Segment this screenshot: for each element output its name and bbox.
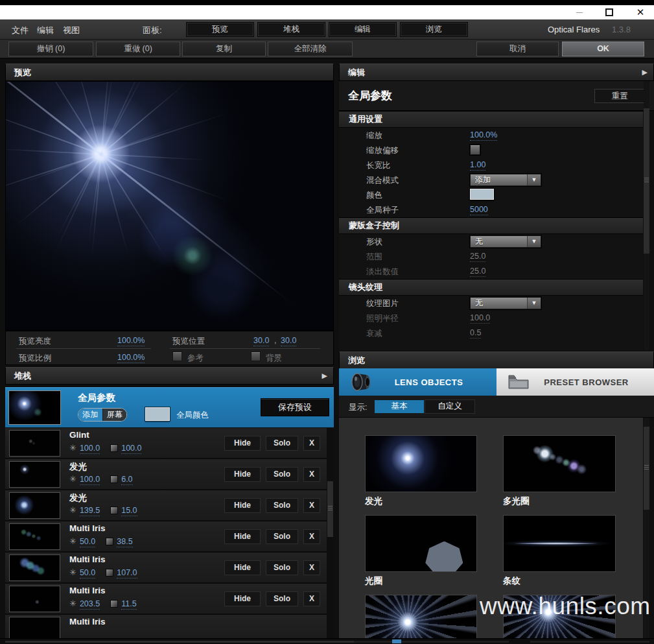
tab-preset-browser[interactable]: PRESET BROWSER: [496, 368, 654, 396]
scale-value[interactable]: 11.5: [121, 599, 136, 610]
lens-object-item[interactable]: 发光: [365, 435, 477, 507]
blend-screen-option[interactable]: 屏幕: [102, 409, 127, 421]
panel-button-editor[interactable]: 编辑: [329, 22, 397, 37]
remove-button[interactable]: X: [303, 560, 320, 575]
scale-value[interactable]: 100.0: [121, 444, 141, 454]
stack-item[interactable]: Multi Iris✳50.0107.0HideSoloX: [5, 553, 327, 584]
hide-button[interactable]: Hide: [224, 467, 261, 482]
stack-item[interactable]: 发光✳139.515.0HideSoloX: [5, 490, 327, 521]
stack-item[interactable]: Glint✳100.0100.0HideSoloX: [5, 428, 327, 459]
remove-button[interactable]: X: [303, 529, 320, 544]
brightness-value[interactable]: 50.0: [80, 568, 95, 578]
undo-button[interactable]: 撤销 (0): [8, 42, 93, 56]
show-filter-bar: 显示: 基本自定义: [339, 396, 654, 418]
stack-item-global-parameters[interactable]: 全局参数 添加 屏幕 全局颜色 保存预设: [5, 387, 334, 427]
solo-button[interactable]: Solo: [266, 529, 298, 544]
watermark-text: www.hunls.com: [480, 593, 648, 620]
hide-button[interactable]: Hide: [224, 529, 261, 544]
parameter-value[interactable]: 100.0: [470, 313, 490, 324]
chevron-right-icon[interactable]: ▶: [642, 64, 648, 80]
lens-object-item[interactable]: 多光圈: [503, 435, 616, 507]
parameter-dropdown[interactable]: 添加▼: [470, 174, 541, 186]
lens-object-item[interactable]: [365, 595, 477, 638]
global-color-swatch[interactable]: [145, 407, 170, 421]
preview-position-x[interactable]: 30.0: [253, 336, 269, 346]
brightness-value[interactable]: 100.0: [80, 475, 100, 485]
horizontal-scroll-track[interactable]: [530, 641, 649, 643]
menu-view[interactable]: 视图: [63, 25, 80, 36]
lens-object-item[interactable]: 条纹: [503, 515, 616, 586]
stack-item[interactable]: Multi Iris✳203.511.5HideSoloX: [5, 584, 327, 615]
remove-button[interactable]: X: [303, 436, 320, 451]
brightness-value[interactable]: 203.5: [80, 599, 100, 610]
color-swatch[interactable]: [470, 189, 494, 200]
parameter-value[interactable]: 25.0: [470, 252, 485, 262]
scale-value[interactable]: 107.0: [117, 568, 137, 578]
save-preset-button[interactable]: 保存预设: [261, 398, 329, 416]
panel-button-stack[interactable]: 堆栈: [257, 22, 325, 37]
menu-edit[interactable]: 编辑: [37, 25, 54, 36]
solo-button[interactable]: Solo: [266, 436, 298, 451]
stack-item[interactable]: 发光✳100.06.0HideSoloX: [5, 459, 327, 490]
reference-label: 参考: [187, 353, 204, 364]
preview-viewport[interactable]: [5, 81, 334, 331]
minimize-button[interactable]: ─: [568, 5, 590, 19]
parameter-value[interactable]: 5000: [470, 205, 488, 215]
hide-button[interactable]: Hide: [224, 436, 261, 451]
close-button[interactable]: ✕: [631, 5, 649, 19]
tab-lens-objects[interactable]: LENS OBJECTS: [339, 368, 496, 396]
panel-button-preview[interactable]: 预览: [186, 22, 254, 37]
parameter-value[interactable]: 0.5: [470, 328, 481, 339]
show-option-basic[interactable]: 基本: [375, 400, 424, 413]
scale-value[interactable]: 15.0: [121, 506, 137, 516]
parameter-dropdown[interactable]: 无▼: [470, 297, 541, 309]
brightness-value[interactable]: 100.0: [80, 444, 100, 454]
solo-button[interactable]: Solo: [266, 591, 298, 606]
reset-button[interactable]: 重置: [594, 89, 645, 103]
brightness-icon: ✳: [69, 474, 76, 484]
redo-button[interactable]: 重做 (0): [96, 42, 180, 56]
preview-scale-value[interactable]: 100.0%: [117, 353, 145, 363]
stack-item[interactable]: Multi Iris✳50.038.5HideSoloX: [5, 521, 327, 553]
parameter-checkbox[interactable]: [470, 145, 480, 155]
lens-object-item[interactable]: 光圈: [365, 515, 477, 586]
parameter-dropdown[interactable]: 无▼: [470, 235, 541, 248]
copy-button[interactable]: 复制: [182, 42, 266, 56]
remove-button[interactable]: X: [303, 467, 320, 482]
solo-button[interactable]: Solo: [266, 467, 298, 482]
browser-scrollbar-thumb[interactable]: [644, 427, 649, 510]
parameter-value[interactable]: 1.00: [470, 160, 485, 171]
hide-button[interactable]: Hide: [224, 591, 261, 606]
background-checkbox[interactable]: [251, 352, 261, 361]
panel-button-browser[interactable]: 浏览: [400, 22, 468, 37]
parameter-value[interactable]: 25.0: [470, 267, 485, 277]
show-option-custom[interactable]: 自定义: [425, 400, 474, 413]
remove-button[interactable]: X: [303, 591, 320, 606]
cancel-button[interactable]: 取消: [476, 42, 559, 56]
editor-title-bar: 全局参数 重置: [339, 81, 654, 111]
stack-scrollbar-thumb[interactable]: [327, 481, 333, 537]
hide-button[interactable]: Hide: [224, 498, 261, 513]
solo-button[interactable]: Solo: [266, 498, 298, 513]
parameter-value[interactable]: 100.0%: [470, 130, 497, 141]
reference-checkbox[interactable]: [172, 352, 182, 361]
stack-item[interactable]: Multi Iris: [5, 615, 327, 638]
hide-button[interactable]: Hide: [224, 560, 261, 575]
brightness-value[interactable]: 50.0: [80, 537, 95, 547]
horizontal-scroll-thumb[interactable]: [5, 641, 354, 643]
remove-button[interactable]: X: [303, 498, 320, 513]
chevron-right-icon[interactable]: ▶: [322, 368, 327, 384]
clear-all-button[interactable]: 全部清除: [268, 42, 353, 56]
brightness-value[interactable]: 139.5: [80, 506, 100, 516]
editor-scrollbar-thumb[interactable]: [644, 108, 649, 254]
preview-position-y[interactable]: 30.0: [281, 336, 296, 346]
maximize-button[interactable]: [605, 8, 613, 16]
scale-value[interactable]: 38.5: [117, 537, 132, 547]
scale-value[interactable]: 6.0: [121, 475, 132, 485]
menu-file[interactable]: 文件: [12, 25, 29, 36]
parameter-row: 照明半径100.0: [339, 311, 643, 326]
solo-button[interactable]: Solo: [266, 560, 298, 575]
blend-add-option[interactable]: 添加: [78, 409, 102, 421]
ok-button[interactable]: OK: [562, 42, 644, 56]
preview-brightness-value[interactable]: 100.0%: [117, 336, 145, 346]
